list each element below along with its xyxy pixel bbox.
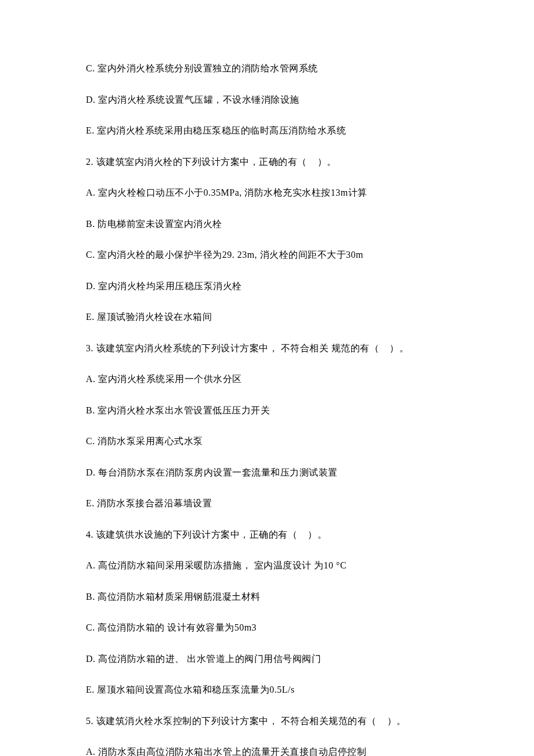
document-page: C. 室内外消火栓系统分别设置独立的消防给水管网系统 D. 室内消火栓系统设置气… xyxy=(0,0,534,756)
option-b: B. 高位消防水箱材质采用钢筋混凝土材料 xyxy=(86,592,453,602)
question-4: 4. 该建筑供水设施的下列设计方案中，正确的有（ ）。 xyxy=(86,530,453,539)
question-3: 3. 该建筑室内消火栓系统的下列设计方案中， 不符合相关 规范的有（ ）。 xyxy=(86,344,453,353)
question-2: 2. 该建筑室内消火栓的下列设计方案中，正确的有（ ）。 xyxy=(86,157,453,167)
option-d: D. 室内消火栓系统设置气压罐，不设水锤消除设施 xyxy=(86,95,453,105)
option-e: E. 室内消火栓系统采用由稳压泵稳压的临时高压消防给水系统 xyxy=(86,126,453,135)
option-b: B. 防电梯前室未设置室内消火栓 xyxy=(86,219,453,229)
option-a: A. 高位消防水箱间采用采暖防冻措施， 室内温度设计 为10 °C xyxy=(86,561,453,570)
option-a: A. 消防水泵由高位消防水箱出水管上的流量开关直接自动启停控制 xyxy=(86,747,453,756)
option-b: B. 室内消火栓水泵出水管设置低压压力开关 xyxy=(86,406,453,415)
option-c: C. 高位消防水箱的 设计有效容量为50m3 xyxy=(86,623,453,632)
option-c: C. 室内消火栓的最小保护半径为29. 23m, 消火栓的间距不大于30m xyxy=(86,250,453,260)
option-d: D. 高位消防水箱的进、 出水管道上的阀门用信号阀阀门 xyxy=(86,654,453,664)
question-5: 5. 该建筑消火栓水泵控制的下列设计方案中， 不符合相关规范的有（ ）。 xyxy=(86,717,453,726)
option-c: C. 消防水泵采用离心式水泵 xyxy=(86,437,453,446)
option-e: E. 消防水泵接合器沿幕墙设置 xyxy=(86,499,453,508)
option-e: E. 屋顶试验消火栓设在水箱间 xyxy=(86,312,453,322)
option-d: D. 每台消防水泵在消防泵房内设置一套流量和压力测试装置 xyxy=(86,468,453,477)
option-a: A. 室内火栓检口动压不小于0.35MPa, 消防水枪充实水柱按13m计算 xyxy=(86,188,453,197)
option-d: D. 室内消火栓均采用压稳压泵消火栓 xyxy=(86,282,453,291)
option-c: C. 室内外消火栓系统分别设置独立的消防给水管网系统 xyxy=(86,64,453,73)
option-e: E. 屋顶水箱间设置高位水箱和稳压泵流量为0.5L/s xyxy=(86,685,453,694)
option-a: A. 室内消火栓系统采用一个供水分区 xyxy=(86,375,453,384)
